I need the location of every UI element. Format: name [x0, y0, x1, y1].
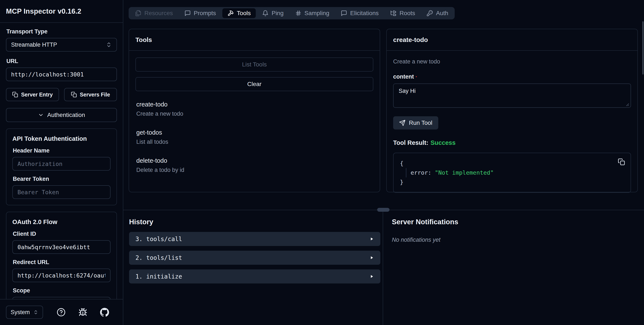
history-item-label: 3. tools/call [136, 236, 182, 242]
bearer-token-label: Bearer Token [13, 176, 110, 182]
transport-type-select[interactable]: Streamable HTTP [6, 38, 117, 52]
tab-roots[interactable]: Roots [385, 8, 420, 18]
split-drag-handle[interactable] [377, 208, 390, 212]
tool-description: List all todos [136, 139, 372, 145]
key-icon [426, 10, 433, 16]
page-scrollbar[interactable] [642, 21, 644, 74]
tab-label: Prompts [194, 10, 216, 16]
github-icon [100, 308, 109, 317]
sidebar-footer: System [0, 299, 123, 325]
url-input[interactable] [6, 68, 117, 81]
message-square-icon [341, 10, 347, 16]
transport-type-label: Transport Type [6, 28, 117, 35]
tab-label: Ping [272, 10, 284, 16]
copy-icon [71, 92, 77, 98]
tools-panel-body: List Tools Clear create-todo Create a ne… [129, 51, 380, 192]
client-id-input[interactable] [12, 240, 110, 254]
tab-bar: Resources Prompts Tools Ping Sampling El… [129, 7, 455, 20]
tab-label: Roots [400, 10, 415, 16]
bearer-token-input[interactable] [12, 185, 110, 199]
scope-label: Scope [13, 287, 110, 294]
history-item-label: 2. tools/list [136, 254, 182, 261]
theme-select-value: System [11, 309, 30, 316]
tool-list-item-create-todo[interactable]: create-todo Create a new todo [136, 101, 372, 117]
list-tools-button[interactable]: List Tools [136, 58, 373, 72]
footer-icons [57, 308, 109, 317]
tool-list-item-delete-todo[interactable]: delete-todo Delete a todo by id [136, 157, 372, 173]
api-token-card: API Token Authentication Header Name Bea… [6, 128, 117, 205]
server-entry-button[interactable]: Server Entry [6, 88, 59, 101]
authentication-toggle[interactable]: Authentication [6, 108, 117, 122]
hammer-icon [228, 10, 234, 16]
tab-prompts[interactable]: Prompts [179, 8, 221, 18]
run-tool-label: Run Tool [409, 120, 432, 126]
copy-buttons-row: Server Entry Servers File [6, 88, 117, 101]
client-id-label: Client ID [13, 231, 110, 237]
history-item-tools-list[interactable]: 2. tools/list [129, 251, 380, 265]
required-asterisk: * [416, 76, 417, 79]
json-body: error: "Not implemented" [406, 168, 624, 178]
tools-panel-title: Tools [129, 29, 380, 51]
tool-result-status: Success [430, 139, 456, 146]
servers-file-button[interactable]: Servers File [64, 88, 117, 101]
expand-arrow-icon [369, 255, 374, 260]
help-button[interactable] [57, 308, 66, 317]
tab-tools[interactable]: Tools [222, 8, 256, 18]
help-circle-icon [57, 308, 66, 317]
main-bottom: History 3. tools/call 2. tools/list 1. i… [123, 210, 644, 325]
tool-detail-title: create-todo [387, 29, 638, 51]
content-field-label-row: content* [393, 74, 631, 80]
files-icon [135, 10, 142, 16]
resize-grip-icon[interactable] [624, 102, 629, 106]
sidebar-header: MCP Inspector v0.16.2 [0, 0, 123, 23]
api-token-title: API Token Authentication [12, 135, 110, 142]
oauth-title: OAuth 2.0 Flow [12, 218, 110, 226]
tools-panel: Tools List Tools Clear create-todo Creat… [129, 29, 380, 192]
github-button[interactable] [100, 308, 109, 317]
tool-description: Create a new todo [136, 110, 372, 117]
run-tool-button[interactable]: Run Tool [393, 116, 438, 130]
expand-arrow-icon [369, 274, 374, 279]
app-title: MCP Inspector v0.16.2 [6, 7, 81, 15]
tab-ping[interactable]: Ping [257, 8, 288, 18]
sidebar-content: Transport Type Streamable HTTP URL Serve… [0, 23, 123, 299]
tool-result-label: Tool Result: [393, 139, 428, 146]
json-string-value: "Not implemented" [435, 169, 494, 176]
header-name-input[interactable] [12, 157, 110, 170]
tab-auth[interactable]: Auth [422, 8, 454, 18]
server-notifications-title: Server Notifications [392, 218, 644, 226]
history-panel: History 3. tools/call 2. tools/list 1. i… [123, 210, 383, 325]
server-entry-label: Server Entry [21, 92, 53, 98]
tab-label: Sampling [304, 10, 330, 16]
authentication-label: Authentication [47, 112, 85, 118]
expand-arrow-icon [369, 236, 374, 241]
history-item-initialize[interactable]: 1. initialize [129, 270, 380, 284]
tab-sampling[interactable]: Sampling [290, 8, 334, 18]
chevrons-up-down-icon [33, 310, 38, 315]
result-json-viewer: { error: "Not implemented" } [393, 153, 631, 193]
clear-tools-button[interactable]: Clear [136, 77, 373, 91]
tab-resources[interactable]: Resources [130, 8, 178, 18]
scope-input[interactable] [12, 297, 110, 299]
tool-detail-body: Create a new todo content* Say Hi Run To… [387, 51, 638, 200]
theme-select[interactable]: System [6, 306, 43, 319]
tool-description: Delete a todo by id [136, 167, 372, 173]
bug-report-button[interactable] [78, 308, 87, 317]
redirect-url-input[interactable] [12, 268, 110, 282]
folder-tree-icon [390, 10, 396, 16]
json-key[interactable]: error: [410, 169, 432, 176]
transport-type-value: Streamable HTTP [11, 42, 57, 48]
tool-result-line: Tool Result:Success [393, 139, 631, 146]
content-field-wrapper: Say Hi [393, 84, 631, 108]
tool-name: get-todos [136, 129, 372, 136]
tool-list-item-get-todos[interactable]: get-todos List all todos [136, 129, 372, 145]
tool-name: create-todo [136, 101, 372, 108]
top-panels: Tools List Tools Clear create-todo Creat… [129, 29, 638, 192]
chevron-down-icon [38, 112, 44, 118]
history-item-tools-call[interactable]: 3. tools/call [129, 232, 380, 246]
tab-elicitations[interactable]: Elicitations [336, 8, 384, 18]
content-textarea[interactable]: Say Hi [393, 84, 631, 108]
main-top: Resources Prompts Tools Ping Sampling El… [123, 0, 644, 210]
bug-icon [78, 308, 87, 317]
copy-result-button[interactable] [618, 158, 625, 166]
